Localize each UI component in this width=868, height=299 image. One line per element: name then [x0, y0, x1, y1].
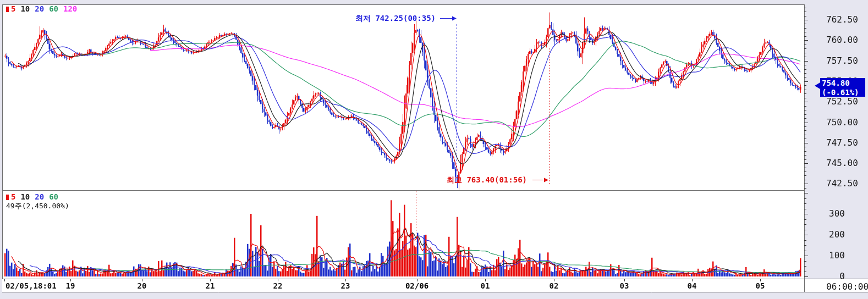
time-tick-mark — [4, 279, 5, 281]
time-axis-label: 02/05,18:01 — [6, 281, 57, 290]
session-low-annotation: 최저 742.25(00:35) — [355, 14, 436, 24]
ma-period-label: 60 — [49, 4, 58, 13]
ma-period-label: 10 — [20, 4, 30, 13]
price-axis-label: 760.00 — [826, 35, 858, 45]
volume-axis-label: 300 — [825, 208, 845, 219]
trading-chart-window: 5102060120 5102060 49주(2,450.00%) 최저 742… — [0, 0, 868, 299]
volume-sublabel: 49주(2,450.00%) — [6, 201, 69, 211]
price-axis-label: 752.50 — [826, 96, 858, 107]
ma-period-label: 120 — [63, 4, 77, 13]
price-axis-label: 750.00 — [826, 117, 858, 128]
time-axis-label: 23 — [341, 281, 350, 290]
time-axis-label: 05 — [756, 281, 765, 290]
current-price-value: 754.80 — [822, 79, 865, 88]
time-axis-label: 02/06 — [405, 281, 428, 290]
legend-marker-icon — [6, 7, 9, 12]
ma-period-label: 5 — [11, 4, 15, 13]
price-axis-label: 757.50 — [826, 56, 858, 66]
ma-period-label: 20 — [35, 192, 44, 201]
time-axis-label: 01 — [481, 281, 490, 290]
session-end-time-label: 06:00:00 — [826, 281, 868, 292]
volume-axis-label: 200 — [825, 229, 845, 240]
price-axis-label: 745.00 — [826, 158, 858, 168]
time-axis-label: 03 — [620, 281, 629, 290]
volume-axis-label: 100 — [825, 250, 845, 261]
price-axis-label: 747.50 — [826, 137, 858, 148]
time-axis-label: 22 — [273, 281, 283, 290]
time-axis-label: 20 — [138, 281, 147, 290]
session-high-annotation: 최고 763.40(01:56) — [447, 175, 527, 185]
volume-axis-label: 0 — [825, 271, 845, 281]
time-axis-label: 02 — [550, 281, 559, 290]
current-price-change: (-0.61%) — [822, 88, 865, 97]
price-axis-label: 742.50 — [826, 178, 858, 189]
legend-marker-icon — [6, 195, 9, 200]
ma-period-label: 20 — [35, 4, 44, 13]
time-axis-label: 19 — [66, 281, 75, 290]
volume-ma-legend: 5102060 — [6, 193, 63, 201]
ma-period-label: 5 — [11, 192, 15, 201]
price-axis-label: 762.50 — [826, 14, 858, 25]
time-axis-label: 04 — [688, 281, 697, 290]
price-ma-legend: 5102060120 — [6, 5, 82, 13]
current-price-marker: 754.80 (-0.61%) — [820, 78, 865, 97]
time-axis-label: 21 — [206, 281, 215, 290]
ma-period-label: 60 — [49, 192, 58, 201]
ma-period-label: 10 — [20, 192, 30, 201]
price-volume-chart-canvas[interactable] — [0, 0, 868, 299]
current-price-marker-arrow — [815, 82, 820, 89]
